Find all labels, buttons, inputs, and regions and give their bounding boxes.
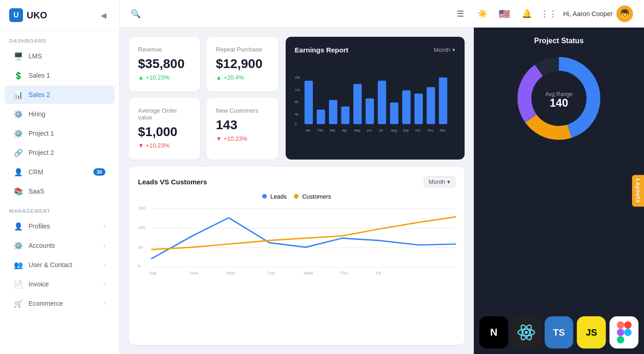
svg-rect-9	[353, 84, 362, 124]
svg-rect-8	[341, 106, 349, 124]
logo-icon: U	[9, 8, 23, 22]
project1-icon: ⚙️	[14, 129, 23, 138]
svg-text:11k: 11k	[295, 88, 300, 91]
sidebar-item-sales1[interactable]: 💲 Sales 1	[5, 66, 115, 85]
svg-text:Sun: Sun	[190, 270, 198, 275]
sidebar: U UKO ◀ DASHBOARD 🖥️ LMS 💲 Sales 1 📊 Sal…	[0, 0, 120, 354]
ecommerce-chevron: ›	[104, 300, 105, 307]
svg-rect-11	[378, 81, 386, 124]
sidebar-item-user-contact[interactable]: 👥 User & Contact ›	[5, 256, 115, 274]
sidebar-item-ecommerce[interactable]: 🛒 Ecommerce ›	[5, 294, 115, 313]
sidebar-item-label: Profiles	[29, 223, 50, 230]
svg-text:Fri: Fri	[376, 270, 381, 275]
svg-text:Mar: Mar	[330, 129, 336, 132]
bell-icon[interactable]: 🔔	[519, 6, 534, 21]
svg-rect-57	[624, 321, 632, 329]
sidebar-item-accounts[interactable]: ⚙️ Accounts ›	[5, 236, 115, 255]
menu-icon[interactable]: ☰	[453, 6, 468, 21]
figma-icon	[610, 316, 638, 348]
svg-rect-59	[624, 329, 632, 336]
sidebar-item-crm[interactable]: 👤 CRM 30	[5, 163, 115, 181]
svg-text:Dec: Dec	[440, 129, 446, 132]
grid-icon[interactable]: ⋮⋮	[541, 6, 556, 21]
content-dark: Project Status Avg Range 140	[474, 28, 644, 354]
svg-rect-60	[617, 336, 624, 343]
collapse-button[interactable]: ◀	[97, 9, 110, 22]
svg-text:Sat: Sat	[150, 270, 156, 275]
invoice-icon: 📄	[14, 280, 23, 289]
leads-legend: Leads	[262, 193, 287, 200]
sidebar-item-label: Project 1	[29, 130, 54, 137]
sidebar-item-lms[interactable]: 🖥️ LMS	[5, 47, 115, 65]
flag-icon[interactable]: 🇺🇸	[497, 6, 512, 21]
sidebar-item-label: Sales 1	[29, 72, 50, 79]
sidebar-item-saas[interactable]: 📚 SaaS	[5, 182, 115, 200]
project-status-section: Project Status Avg Range 140	[474, 28, 644, 311]
sidebar-item-profiles[interactable]: 👤 Profiles ›	[5, 217, 115, 235]
search-box[interactable]: 🔍	[131, 9, 446, 19]
crm-badge: 30	[93, 168, 105, 176]
sidebar-logo: U UKO ◀	[0, 0, 119, 31]
tech-icons-row: N TS JS	[474, 311, 644, 354]
sidebar-item-label: Ecommerce	[29, 300, 63, 307]
sidebar-item-label: Invoice	[29, 280, 49, 288]
svg-text:Feb: Feb	[317, 129, 323, 132]
leads-period-selector[interactable]: Month ▾	[424, 176, 455, 188]
svg-text:15k: 15k	[295, 76, 300, 79]
ecommerce-icon: 🛒	[14, 299, 23, 308]
lms-icon: 🖥️	[14, 51, 23, 61]
svg-rect-58	[617, 329, 624, 336]
svg-text:Thu: Thu	[340, 270, 348, 275]
svg-text:100: 100	[138, 225, 146, 230]
repeat-label: Repeat Purchase	[216, 46, 269, 53]
profiles-chevron: ›	[104, 223, 105, 229]
layouts-tab[interactable]: Layouts	[632, 175, 644, 206]
chart-legend: Leads Customers	[138, 193, 455, 200]
layouts-tab-container: Layouts	[632, 175, 644, 206]
stat-card-avg-order: Average Order value $1,000 ▼ +10.23%	[129, 98, 200, 160]
chevron-down-icon: ▾	[447, 178, 450, 185]
typescript-icon: TS	[545, 316, 574, 348]
svg-text:Tue: Tue	[267, 270, 275, 275]
management-section-label: MANAGEMENT	[0, 201, 119, 217]
customers-value: 143	[216, 118, 269, 132]
logo: U UKO	[9, 8, 47, 22]
svg-point-55	[525, 331, 528, 334]
svg-rect-13	[402, 91, 410, 124]
sales1-icon: 💲	[14, 71, 23, 80]
sun-icon[interactable]: ☀️	[475, 6, 490, 21]
svg-text:Sep: Sep	[403, 129, 409, 132]
svg-text:Jan: Jan	[305, 129, 310, 132]
leads-chart-title: Leads VS Customers	[138, 178, 207, 186]
sidebar-item-project2[interactable]: 🔗 Project 2	[5, 143, 115, 162]
svg-rect-56	[617, 321, 624, 329]
react-icon	[512, 316, 541, 348]
sidebar-item-label: Hiring	[29, 110, 46, 118]
sidebar-item-label: LMS	[29, 52, 42, 60]
earnings-title: Earnings Report	[295, 46, 349, 54]
svg-text:0: 0	[138, 263, 141, 268]
svg-rect-5	[305, 81, 313, 124]
content-area: Revenue $35,800 ▲ +10.23% Repeat Purchas…	[120, 28, 644, 354]
repeat-change: ▲ +20.4%	[216, 74, 269, 81]
stat-card-new-customers: New Customers 143 ▼ +10.23%	[207, 98, 278, 160]
content-light: Revenue $35,800 ▲ +10.23% Repeat Purchas…	[120, 28, 474, 354]
dashboard-section-label: DASHBOARD	[0, 31, 119, 46]
accounts-icon: ⚙️	[14, 241, 23, 250]
accounts-chevron: ›	[104, 242, 105, 249]
svg-text:50: 50	[138, 245, 143, 250]
sidebar-item-project1[interactable]: ⚙️ Project 1	[5, 124, 115, 143]
svg-rect-7	[329, 100, 337, 124]
revenue-label: Revenue	[138, 46, 191, 53]
leads-legend-dot	[262, 194, 267, 199]
leads-chart-card: Leads VS Customers Month ▾ Leads Custome…	[129, 167, 465, 345]
header: 🔍 ☰ ☀️ 🇺🇸 🔔 ⋮⋮ Hi, Aaron Cooper 👦	[120, 0, 644, 28]
svg-text:Nov: Nov	[427, 129, 433, 132]
svg-rect-15	[426, 87, 435, 124]
month-selector[interactable]: Month ▾	[434, 46, 455, 53]
sidebar-item-invoice[interactable]: 📄 Invoice ›	[5, 275, 115, 293]
sidebar-item-hiring[interactable]: ⚙️ Hiring	[5, 105, 115, 123]
nextjs-icon: N	[479, 316, 508, 348]
customers-legend-dot	[294, 194, 299, 199]
sidebar-item-sales2[interactable]: 📊 Sales 2	[5, 86, 115, 104]
